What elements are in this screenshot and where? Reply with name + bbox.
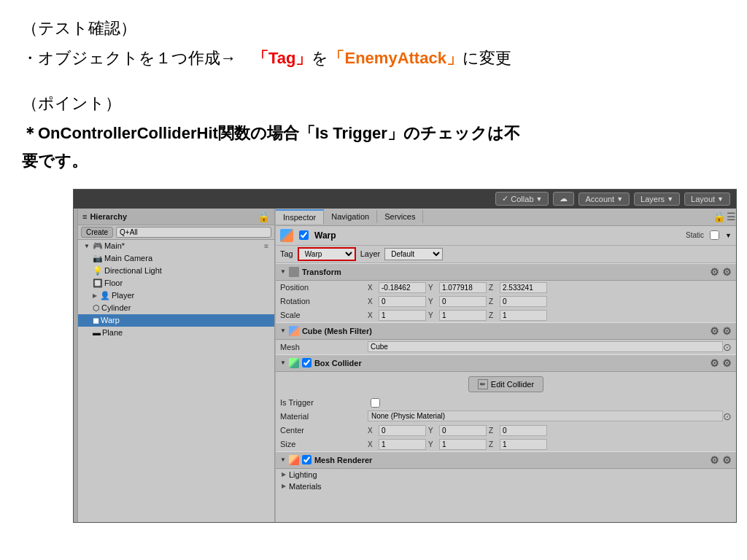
- hierarchy-item-label: Warp: [101, 316, 120, 324]
- cube-filter-gear-icon[interactable]: ⚙: [710, 325, 719, 337]
- hierarchy-toolbar: Create: [78, 225, 274, 240]
- lighting-section[interactable]: ▶ Lighting: [276, 469, 736, 481]
- material-value-input[interactable]: [368, 411, 723, 421]
- materials-section[interactable]: ▶ Materials: [276, 481, 736, 492]
- edit-collider-row: ✏ Edit Collider: [276, 372, 736, 397]
- position-row: Position X Y Z: [276, 281, 736, 295]
- hierarchy-item-label: Main Camera: [104, 254, 152, 262]
- hierarchy-item-player[interactable]: ▶ 👤 Player: [78, 289, 274, 302]
- tab-inspector[interactable]: Inspector: [276, 209, 324, 224]
- hierarchy-item-floor[interactable]: 🔲 Floor: [78, 277, 274, 289]
- scale-z-input[interactable]: [500, 310, 547, 321]
- static-checkbox[interactable]: [710, 230, 719, 240]
- floor-icon: 🔲: [93, 279, 103, 288]
- center-y-input[interactable]: [439, 425, 487, 436]
- scale-y-input[interactable]: [439, 310, 487, 321]
- size-row: Size X Y Z: [276, 438, 736, 451]
- text-line-1: （テスト確認）: [22, 15, 725, 42]
- main-options-icon: ≡: [264, 242, 268, 250]
- hierarchy-header: ≡ Hierarchy 🔒: [78, 209, 274, 225]
- position-z-input[interactable]: [500, 282, 547, 293]
- edit-collider-icon: ✏: [478, 379, 488, 389]
- position-x-input[interactable]: [379, 282, 426, 293]
- inspector-panel: Inspector Navigation Services 🔒 ☰ Static…: [275, 209, 736, 522]
- cube-filter-expand-icon: ▼: [280, 327, 286, 334]
- tab-services[interactable]: Services: [377, 210, 423, 223]
- mesh-renderer-gear-icon[interactable]: ⚙: [710, 454, 719, 466]
- cube-filter-icon: [289, 326, 299, 336]
- hierarchy-item-maincamera[interactable]: 📷 Main Camera: [78, 252, 274, 265]
- text-line-2: ・オブジェクトを１つ作成→ 「Tag」を「EnemyAttack」に変更: [22, 44, 725, 71]
- box-collider-header: ▼ Box Collider ⚙ ⚙: [276, 354, 736, 372]
- collab-arrow-icon: ▼: [536, 195, 543, 203]
- is-trigger-row: Is Trigger: [276, 397, 736, 409]
- layout-button[interactable]: Layout ▼: [684, 192, 730, 206]
- box-collider-gear-icon[interactable]: ⚙: [710, 357, 719, 369]
- size-x-input[interactable]: [379, 439, 426, 450]
- object-active-checkbox[interactable]: [299, 230, 309, 240]
- lighting-triangle-icon: ▶: [282, 471, 286, 478]
- hierarchy-item-plane[interactable]: ▬ Plane: [78, 327, 274, 338]
- mesh-row: Mesh ⊙: [276, 340, 736, 354]
- mesh-renderer-settings-icon[interactable]: ⚙: [722, 454, 732, 466]
- object-name-input[interactable]: [314, 230, 681, 241]
- tag-select[interactable]: Warp: [298, 247, 356, 261]
- materials-triangle-icon: ▶: [282, 483, 286, 489]
- is-trigger-checkbox[interactable]: [371, 398, 380, 408]
- mesh-renderer-header: ▼ Mesh Renderer ⚙ ⚙: [276, 451, 736, 469]
- scale-x-input[interactable]: [379, 310, 426, 321]
- rotation-z-input[interactable]: [500, 296, 547, 307]
- position-y-input[interactable]: [439, 282, 487, 293]
- mesh-value-input[interactable]: [368, 341, 723, 352]
- hierarchy-item-label: Plane: [102, 328, 123, 337]
- box-collider-active-checkbox[interactable]: [302, 358, 311, 368]
- material-select-icon[interactable]: ⊙: [723, 411, 732, 422]
- rotation-y-input[interactable]: [439, 296, 487, 307]
- collab-button[interactable]: ✓ Collab ▼: [495, 192, 549, 206]
- tag-layer-row: Tag Warp Layer Default: [276, 246, 736, 263]
- hierarchy-item-main[interactable]: ▼ 🎮 Main* ≡: [78, 240, 274, 252]
- scale-xyz-group: X Y Z: [368, 310, 732, 321]
- size-y-input[interactable]: [439, 439, 487, 450]
- center-z-input[interactable]: [500, 425, 547, 436]
- hierarchy-lock-icon[interactable]: 🔒: [258, 211, 270, 222]
- warp-icon: ◼: [93, 316, 99, 325]
- hierarchy-item-directionallight[interactable]: 💡 Directional Light: [78, 265, 274, 277]
- account-button[interactable]: Account ▼: [578, 192, 630, 206]
- size-z-input[interactable]: [500, 439, 547, 450]
- mesh-select-icon[interactable]: ⊙: [723, 341, 732, 353]
- object-header: Static ▼: [276, 226, 736, 246]
- box-collider-icon: [289, 358, 299, 368]
- create-button[interactable]: Create: [81, 227, 113, 238]
- box-collider-settings-icon[interactable]: ⚙: [722, 357, 732, 369]
- position-xyz-group: X Y Z: [368, 282, 732, 293]
- plane-icon: ▬: [93, 328, 101, 337]
- hierarchy-item-cylinder[interactable]: ⬡ Cylinder: [78, 302, 274, 314]
- tab-navigation[interactable]: Navigation: [324, 210, 377, 223]
- cube-filter-settings-icon[interactable]: ⚙: [722, 325, 732, 337]
- hierarchy-item-label: Main*: [104, 241, 125, 250]
- hierarchy-icon: ≡: [82, 212, 87, 221]
- inspector-menu-icon[interactable]: ☰: [727, 211, 736, 222]
- rotation-row: Rotation X Y Z: [276, 295, 736, 308]
- light-icon: 💡: [93, 266, 103, 276]
- center-row: Center X Y Z: [276, 424, 736, 438]
- unity-editor: ✓ Collab ▼ ☁ Account ▼ Layers ▼ Layout ▼…: [73, 189, 737, 523]
- player-triangle-icon: ▶: [93, 292, 97, 299]
- inspector-lock-icon[interactable]: 🔒: [713, 211, 725, 222]
- edit-collider-button[interactable]: ✏ Edit Collider: [468, 376, 543, 392]
- mesh-renderer-active-checkbox[interactable]: [302, 455, 311, 464]
- center-x-input[interactable]: [379, 425, 426, 436]
- transform-settings-icon[interactable]: ⚙: [722, 266, 732, 278]
- mesh-renderer-expand-icon: ▼: [280, 456, 286, 463]
- layers-button[interactable]: Layers ▼: [634, 192, 680, 206]
- layer-select[interactable]: Default: [384, 248, 443, 260]
- hierarchy-item-warp[interactable]: ◼ Warp: [78, 314, 274, 327]
- hierarchy-search-input[interactable]: [116, 227, 271, 238]
- transform-gear-icon[interactable]: ⚙: [710, 266, 719, 278]
- cloud-button[interactable]: ☁: [553, 192, 574, 206]
- rotation-x-input[interactable]: [379, 296, 426, 307]
- layout-arrow-icon: ▼: [717, 195, 724, 203]
- static-arrow-icon: ▼: [725, 232, 732, 239]
- center-xyz-group: X Y Z: [368, 425, 732, 436]
